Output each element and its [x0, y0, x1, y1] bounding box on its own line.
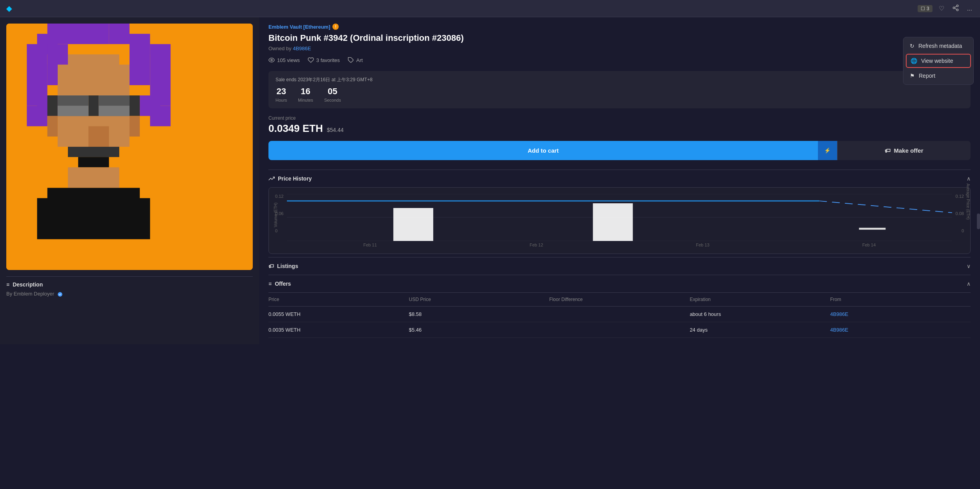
offer2-expiration: 24 days — [690, 327, 830, 333]
timer-hours: 23 Hours — [276, 86, 287, 103]
offers-title: Offers — [275, 281, 291, 287]
chart-y-right: 0.12 0.08 0 — [952, 194, 964, 241]
collection-label[interactable]: Emblem Vault [Ethereum] ! — [268, 24, 971, 30]
description-title[interactable]: ≡ Description — [6, 281, 253, 288]
context-menu-refresh[interactable]: ↻ Refresh metadata — [903, 39, 973, 53]
x-label-feb14: Feb 14 — [862, 243, 876, 247]
minutes-value: 16 — [298, 86, 313, 97]
eye-icon — [268, 57, 275, 63]
svg-rect-18 — [150, 106, 170, 126]
x-label-feb12: Feb 12 — [530, 243, 543, 247]
top-bar-right: ☐ 3 ♡ ... — [918, 3, 974, 15]
offer1-from-link[interactable]: 4B986E — [830, 311, 971, 317]
y-right-bot: 0 — [952, 228, 964, 233]
badge-count: 3 — [927, 6, 929, 11]
chart-area: 0.12 0.06 0 — [275, 194, 964, 241]
svg-rect-31 — [99, 106, 130, 116]
price-section: Current price 0.0349 ETH $54.44 — [268, 115, 971, 135]
table-row: 0.0035 WETH $5.46 24 days 4B986E — [268, 322, 971, 338]
offers-icon: ≡ — [268, 281, 272, 287]
listings-title: Listings — [277, 263, 298, 269]
seconds-label: Seconds — [324, 98, 341, 102]
description-by: By Emblem Deployer — [6, 291, 253, 297]
price-history-title: Price History — [278, 175, 312, 182]
price-history-title-group: Price History — [268, 175, 312, 182]
views-count: 105 views — [277, 57, 300, 63]
add-to-cart-button[interactable]: Add to cart — [268, 141, 818, 160]
main-layout: ≡ Description By Emblem Deployer ↻ Refre… — [0, 17, 980, 344]
y-right-mid: 0.08 — [952, 211, 964, 216]
offer1-expiration: about 6 hours — [690, 311, 830, 317]
context-menu-report[interactable]: ⚑ Report — [903, 69, 973, 83]
heart-button[interactable]: ♡ — [937, 3, 946, 14]
svg-rect-32 — [88, 126, 109, 147]
sale-box: Sale ends 2023年2月16日 at 上午3:29 GMT+8 23 … — [268, 71, 971, 108]
offer2-usd: $5.46 — [409, 327, 549, 333]
offers-table: Price USD Price Floor Difference Expirat… — [268, 293, 971, 338]
svg-rect-7 — [68, 24, 109, 44]
chart-svg — [287, 194, 952, 241]
refresh-icon: ↻ — [910, 43, 914, 49]
timer-row: 23 Hours 16 Minutes 05 Seconds — [276, 86, 964, 103]
favorites-stat: 3 favorites — [308, 57, 340, 63]
svg-rect-26 — [88, 95, 99, 116]
hours-value: 23 — [276, 86, 287, 97]
svg-rect-35 — [68, 167, 119, 188]
price-history-section-header[interactable]: Price History ∧ — [268, 170, 971, 187]
svg-rect-8 — [109, 24, 130, 44]
chart-x-labels: Feb 11 Feb 12 Feb 13 Feb 14 — [275, 243, 964, 247]
nft-image-container — [6, 24, 253, 270]
scroll-indicator[interactable] — [977, 213, 980, 229]
x-label-feb13: Feb 13 — [696, 243, 709, 247]
offers-title-group: ≡ Offers — [268, 281, 291, 287]
svg-point-0 — [956, 5, 958, 7]
svg-rect-33 — [68, 147, 119, 157]
timer-minutes: 16 Minutes — [298, 86, 313, 103]
make-offer-button[interactable]: 🏷 Make offer — [837, 141, 971, 160]
badge-icon: ☐ — [921, 6, 925, 11]
table-row: 0.0055 WETH $8.58 about 6 hours 4B986E — [268, 307, 971, 322]
category-stat: Art — [348, 57, 363, 63]
owner-link[interactable]: 4B986E — [293, 46, 311, 51]
refresh-label: Refresh metadata — [918, 43, 962, 49]
share-button[interactable] — [951, 3, 961, 15]
lightning-icon: ⚡ — [824, 148, 831, 153]
price-eth: 0.0349 ETH — [268, 122, 323, 135]
collection-name: Emblem Vault [Ethereum] — [268, 24, 330, 30]
listings-icon: 🏷 — [268, 263, 274, 269]
y-label-bot: 0 — [275, 228, 287, 233]
listings-section-header[interactable]: 🏷 Listings ∨ — [268, 257, 971, 275]
svg-rect-30 — [58, 106, 89, 116]
left-panel: ≡ Description By Emblem Deployer — [0, 17, 259, 344]
badge-counter: ☐ 3 — [918, 5, 933, 12]
more-button[interactable]: ... — [965, 4, 974, 14]
make-offer-label: Make offer — [894, 147, 923, 154]
svg-rect-22 — [130, 65, 140, 85]
context-menu-website[interactable]: 🌐 View website — [906, 54, 971, 68]
offers-section-header[interactable]: ≡ Offers ∧ — [268, 275, 971, 293]
y-right-label: Average Price (ETH) — [966, 183, 970, 219]
col-from: From — [830, 297, 971, 302]
offers-chevron: ∧ — [967, 281, 971, 287]
tag-icon — [348, 57, 354, 63]
hours-label: Hours — [276, 98, 287, 102]
description-label: Description — [13, 281, 43, 288]
verified-icon — [57, 292, 63, 297]
price-history-chevron: ∧ — [967, 175, 971, 182]
heart-icon — [308, 57, 314, 63]
logo: ◆ — [6, 4, 12, 13]
minutes-label: Minutes — [298, 98, 313, 102]
col-usd-price: USD Price — [409, 297, 549, 302]
svg-rect-17 — [27, 106, 47, 126]
timer-seconds: 05 Seconds — [324, 86, 341, 103]
svg-rect-37 — [37, 198, 150, 239]
svg-rect-46 — [393, 208, 433, 241]
offer2-from-link[interactable]: 4B986E — [830, 327, 971, 333]
svg-point-2 — [956, 9, 958, 11]
svg-rect-50 — [859, 228, 886, 230]
context-menu: ↻ Refresh metadata 🌐 View website ⚑ Repo… — [903, 37, 974, 85]
svg-rect-21 — [47, 65, 58, 85]
lightning-button[interactable]: ⚡ — [818, 141, 837, 160]
svg-line-4 — [954, 6, 956, 7]
svg-rect-20 — [68, 55, 119, 75]
